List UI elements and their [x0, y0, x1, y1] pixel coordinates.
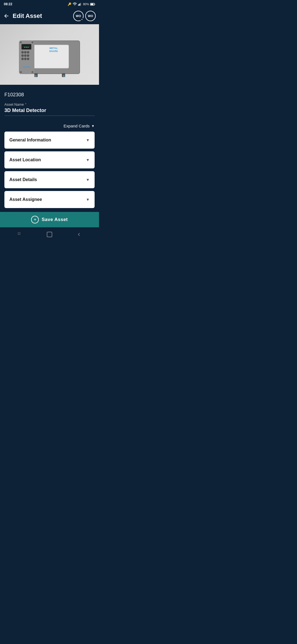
asset-image: ■ ■ ■ METAL SHARK CASSEL: [0, 24, 99, 85]
svg-point-30: [20, 42, 22, 43]
svg-point-21: [24, 58, 26, 60]
plus-indicator: +: [80, 18, 84, 21]
metal-detector-illustration: ■ ■ ■ METAL SHARK CASSEL: [11, 27, 88, 82]
battery-icon: [90, 3, 95, 6]
general-information-chevron-icon: ▼: [86, 138, 90, 142]
nav-bar: [0, 227, 99, 243]
expand-cards-button[interactable]: Expand Cards ▼: [64, 124, 95, 128]
svg-rect-5: [95, 4, 95, 5]
save-asset-button[interactable]: + Save Asset: [0, 212, 99, 227]
asset-location-chevron-icon: ▼: [86, 158, 90, 162]
wo-plus-label: WO: [76, 14, 81, 18]
wo-plus-button[interactable]: WO +: [73, 11, 84, 21]
save-button-label: Save Asset: [42, 217, 68, 222]
svg-point-20: [21, 58, 24, 60]
chevron-down-icon: ▼: [91, 124, 95, 128]
svg-point-32: [32, 42, 33, 43]
general-information-card[interactable]: General Information ▼: [4, 132, 95, 149]
svg-point-31: [20, 71, 22, 73]
asset-location-card[interactable]: Asset Location ▼: [4, 151, 95, 168]
system-back-button[interactable]: [76, 231, 82, 238]
recent-apps-button[interactable]: [17, 231, 23, 238]
page-title: Edit Asset: [13, 12, 72, 20]
status-icons-group: 🔑 80%: [68, 2, 95, 6]
svg-rect-34: [47, 232, 52, 237]
asset-assignee-chevron-icon: ▼: [86, 197, 90, 202]
required-indicator: *: [25, 102, 26, 107]
svg-text:SHARK: SHARK: [49, 50, 58, 53]
battery-text: 80%: [83, 2, 89, 6]
svg-point-16: [27, 51, 29, 53]
save-plus-icon: +: [31, 216, 39, 223]
svg-rect-6: [90, 3, 94, 5]
general-information-title: General Information: [9, 138, 51, 143]
key-icon: 🔑: [68, 2, 72, 6]
svg-rect-3: [80, 3, 81, 6]
svg-point-15: [24, 51, 26, 53]
svg-rect-2: [80, 3, 80, 6]
svg-point-28: [35, 75, 37, 77]
back-button[interactable]: [3, 13, 9, 19]
wo-button[interactable]: WO: [85, 11, 96, 21]
svg-point-18: [24, 54, 26, 57]
svg-rect-0: [78, 4, 79, 6]
svg-point-22: [27, 58, 29, 60]
signal-icon: [78, 2, 82, 6]
svg-point-19: [27, 54, 29, 57]
asset-name-value[interactable]: 3D Metal Detector: [4, 108, 95, 116]
status-bar: 08:22 🔑 80%: [0, 0, 99, 8]
svg-point-29: [63, 75, 65, 77]
wifi-icon: [73, 2, 77, 6]
asset-id: F102308: [4, 89, 95, 102]
svg-text:METAL: METAL: [50, 47, 58, 50]
asset-location-title: Asset Location: [9, 157, 41, 162]
svg-point-33: [32, 71, 33, 73]
svg-text:CASSEL: CASSEL: [23, 66, 31, 68]
asset-name-label: Asset Name *: [4, 102, 95, 107]
asset-details-title: Asset Details: [9, 177, 37, 182]
expand-cards-label: Expand Cards: [64, 124, 90, 128]
status-time: 08:22: [4, 2, 12, 6]
svg-rect-1: [79, 4, 79, 6]
content-area: F102308 Asset Name * 3D Metal Detector E…: [0, 85, 99, 211]
svg-text:■ ■ ■: ■ ■ ■: [24, 46, 28, 48]
home-button[interactable]: [46, 231, 53, 238]
asset-name-field-group: Asset Name * 3D Metal Detector: [4, 102, 95, 121]
asset-assignee-card[interactable]: Asset Assignee ▼: [4, 191, 95, 208]
svg-point-17: [21, 54, 24, 57]
asset-assignee-title: Asset Assignee: [9, 197, 42, 202]
app-bar: Edit Asset WO + WO: [0, 8, 99, 24]
asset-details-card[interactable]: Asset Details ▼: [4, 171, 95, 188]
wo-label: WO: [88, 14, 93, 18]
cards-container: General Information ▼ Asset Location ▼ A…: [4, 132, 95, 211]
asset-image-container: ■ ■ ■ METAL SHARK CASSEL: [0, 24, 99, 85]
svg-point-14: [21, 51, 24, 53]
asset-details-chevron-icon: ▼: [86, 178, 90, 182]
expand-cards-row: Expand Cards ▼: [4, 121, 95, 132]
